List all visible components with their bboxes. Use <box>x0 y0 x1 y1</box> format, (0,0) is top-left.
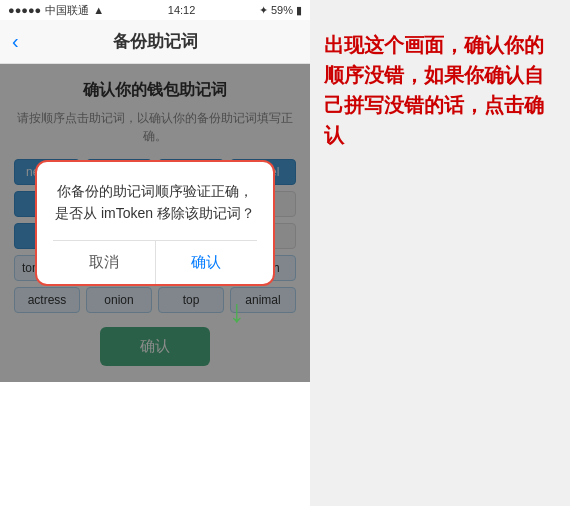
status-right: ✦ 59% ▮ <box>259 4 302 17</box>
dialog-message: 你备份的助记词顺序验证正确，是否从 imToken 移除该助记词？ <box>53 180 257 225</box>
content-area: 确认你的钱包助记词 请按顺序点击助记词，以确认你的备份助记词填写正确。 neph… <box>0 64 310 382</box>
status-bar: ●●●●● 中国联通 ▲ 14:12 ✦ 59% ▮ <box>0 0 310 20</box>
carrier-name: 中国联通 <box>45 3 89 18</box>
dialog-actions: 取消 确认 <box>53 240 257 284</box>
nav-title: 备份助记词 <box>113 30 198 53</box>
phone-frame: ●●●●● 中国联通 ▲ 14:12 ✦ 59% ▮ ‹ 备份助记词 确认你的钱… <box>0 0 310 506</box>
nav-bar: ‹ 备份助记词 <box>0 20 310 64</box>
annotation-panel: 出现这个画面，确认你的顺序没错，如果你确认自己拼写没错的话，点击确认 <box>310 0 570 506</box>
battery-icon: ▮ <box>296 4 302 17</box>
dialog-cancel-button[interactable]: 取消 <box>53 241 156 284</box>
green-arrow-icon: ↓ <box>229 293 245 329</box>
back-button[interactable]: ‹ <box>12 30 19 53</box>
dialog-box: 你备份的助记词顺序验证正确，是否从 imToken 移除该助记词？ 取消 确认 <box>35 160 275 287</box>
bluetooth-icon: ✦ <box>259 4 268 17</box>
dialog-overlay: 你备份的助记词顺序验证正确，是否从 imToken 移除该助记词？ 取消 确认 … <box>0 64 310 382</box>
status-time: 14:12 <box>168 4 196 16</box>
battery-level: 59% <box>271 4 293 16</box>
wifi-icon: ▲ <box>93 4 104 16</box>
status-left: ●●●●● 中国联通 ▲ <box>8 3 104 18</box>
dialog-confirm-button[interactable]: 确认 <box>156 241 258 284</box>
signal-dots: ●●●●● <box>8 4 41 16</box>
annotation-text: 出现这个画面，确认你的顺序没错，如果你确认自己拼写没错的话，点击确认 <box>324 30 556 150</box>
